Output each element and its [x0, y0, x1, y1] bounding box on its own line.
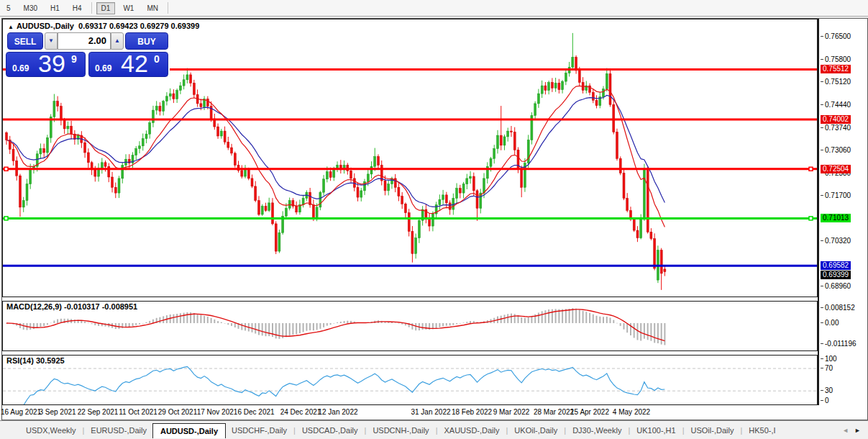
price-scale-label: 0.76500	[825, 32, 851, 40]
date-axis-label: 29 Oct 2021	[158, 408, 197, 416]
price-scale-label: 0.70320	[825, 237, 851, 245]
chart-window: ▲AUDUSD-,Daily 0.69317 0.69423 0.69279 0…	[1, 18, 868, 420]
timeframe-button-5[interactable]: 5	[1, 2, 16, 14]
price-scale-label: 0.68960	[825, 282, 851, 290]
price-scale[interactable]: 0.765000.758000.751200.744400.737400.730…	[819, 19, 867, 405]
tab-separator: |	[564, 426, 566, 435]
date-axis-label: 22 Sep 2021	[78, 408, 119, 416]
rsi-scale-label: 0	[825, 397, 829, 404]
date-axis-label: 12 Jan 2022	[318, 408, 357, 416]
buy-price-display[interactable]: 0.69 42 0	[88, 52, 168, 77]
symbol-tab-dj30-[interactable]: DJ30-,Weekly	[567, 424, 627, 437]
symbol-tab-audusd-[interactable]: AUDUSD-,Daily	[152, 423, 226, 438]
date-axis-label: 15 Apr 2022	[570, 408, 609, 416]
price-scale-label: 0.74440	[825, 101, 851, 109]
chart-title: ▲AUDUSD-,Daily 0.69317 0.69423 0.69279 0…	[8, 22, 199, 30]
price-scale-label: 0.75800	[825, 55, 851, 63]
volume-decrease-icon[interactable]: ▼	[45, 32, 58, 50]
rsi-scale-label: 70	[825, 364, 833, 372]
price-level-badge: 0.69582	[821, 261, 851, 270]
collapse-arrow-icon[interactable]: ▲	[8, 24, 14, 30]
symbol-tab-usdcnh-[interactable]: USDCNH-,Daily	[367, 424, 434, 437]
price-level-badge: 0.75512	[821, 65, 851, 73]
sell-price-display[interactable]: 0.69 39 9	[6, 52, 86, 77]
symbol-tab-hk50-[interactable]: HK50-,I	[743, 424, 781, 437]
tab-separator: |	[628, 426, 630, 435]
timeframe-button-h1[interactable]: H1	[45, 2, 65, 14]
rsi-scale-label: 30	[825, 386, 833, 394]
sell-price-pips: 39	[38, 50, 65, 78]
date-axis-label: 24 Dec 2021	[280, 408, 321, 416]
symbol-tab-ukoil-[interactable]: UKOil-,Daily	[508, 424, 563, 437]
tab-separator: |	[682, 426, 685, 435]
sell-price-point: 9	[71, 53, 77, 65]
buy-price-point: 0	[154, 53, 160, 65]
rsi-scale-label: 100	[825, 355, 837, 363]
timeframe-button-h4[interactable]: H4	[68, 2, 87, 14]
date-axis-label: 16 Aug 2021	[1, 408, 41, 416]
price-scale-label: 0.73060	[825, 146, 851, 154]
price-level-badge: 0.74002	[821, 115, 851, 124]
price-level-badge: 0.72504	[821, 165, 851, 173]
price-level-badge: 0.71013	[821, 214, 851, 222]
macd-indicator-label: MACD(12,26,9) -0.010317 -0.008951	[6, 302, 137, 311]
volume-increase-icon[interactable]: ▲	[111, 32, 124, 50]
symbol-tab-bar: USDX,Weekly|EURUSD-,DailyAUDUSD-,DailyUS…	[0, 420, 868, 439]
symbol-tab-usdcad-[interactable]: USDCAD-,Daily	[296, 424, 364, 437]
timeframe-toolbar: 5M30H1H4D1W1MN	[0, 0, 868, 17]
timeframe-button-mn[interactable]: MN	[142, 2, 163, 14]
sell-price-base: 0.69	[12, 63, 29, 73]
tab-separator: |	[293, 426, 296, 435]
rsi-indicator-label: RSI(14) 30.5925	[6, 356, 65, 365]
tab-separator: |	[436, 426, 438, 435]
date-axis-label: 4 May 2022	[613, 408, 650, 416]
chart-title-text: AUDUSD-,Daily 0.69317 0.69423 0.69279 0.…	[17, 22, 199, 30]
timeframe-button-m30[interactable]: M30	[19, 2, 42, 14]
symbol-tab-uk100-[interactable]: UK100-,H1	[631, 424, 681, 437]
symbol-tab-usdchf-[interactable]: USDCHF-,Daily	[226, 424, 293, 437]
date-axis-label: 18 Feb 2022	[452, 408, 492, 416]
date-axis-label: 17 Nov 2021	[197, 408, 238, 416]
symbol-tab-xauusd-[interactable]: XAUUSD-,Daily	[438, 424, 505, 437]
price-scale-label: 0.71700	[825, 191, 851, 199]
tab-separator: |	[365, 426, 367, 435]
tab-scroll-left-icon[interactable]: ◄	[839, 425, 851, 435]
sell-button[interactable]: SELL	[7, 32, 43, 50]
tab-separator: |	[740, 426, 742, 435]
timeframe-button-w1[interactable]: W1	[118, 2, 139, 14]
date-axis[interactable]: 16 Aug 20213 Sep 202122 Sep 202111 Oct 2…	[2, 405, 867, 420]
toolbar-separator	[168, 2, 168, 14]
tab-separator: |	[82, 426, 84, 435]
volume-input[interactable]: 2.00	[58, 32, 111, 50]
trading-platform: 5M30H1H4D1W1MN ▲AUDUSD-,Daily 0.69317 0.…	[0, 0, 868, 439]
timeframe-button-d1[interactable]: D1	[96, 2, 116, 14]
buy-price-base: 0.69	[95, 63, 111, 73]
price-scale-label: 0.75120	[825, 78, 851, 86]
macd-scale-label: 0.00	[825, 319, 839, 327]
volume-control: ▼ 2.00 ▲	[45, 32, 124, 50]
buy-price-pips: 42	[121, 50, 148, 78]
date-axis-label: 3 Sep 2021	[39, 408, 76, 416]
tab-scroll-right-icon[interactable]: ►	[851, 425, 864, 435]
symbol-tab-usoil-[interactable]: USOil-,Daily	[685, 424, 740, 437]
toolbar-separator	[91, 2, 92, 14]
tab-separator: |	[506, 426, 508, 435]
price-scale-label: 0.73740	[825, 124, 851, 132]
date-axis-label: 31 Jan 2022	[411, 408, 450, 416]
macd-scale-label: -0.011196	[825, 340, 856, 348]
macd-scale-label: 0.008152	[825, 304, 855, 312]
buy-button[interactable]: BUY	[125, 32, 168, 50]
symbol-tab-usdx[interactable]: USDX,Weekly	[20, 424, 81, 437]
date-axis-label: 11 Oct 2021	[119, 408, 157, 416]
price-level-badge: 0.69399	[821, 271, 851, 279]
date-axis-label: 9 Mar 2022	[493, 408, 530, 416]
symbol-tab-eurusd-[interactable]: EURUSD-,Daily	[85, 424, 152, 437]
date-axis-label: 28 Mar 2022	[534, 408, 574, 416]
one-click-trade-panel: SELL ▼ 2.00 ▲ BUY 0.69 39 9 0.69 42 0	[6, 31, 170, 77]
date-axis-label: 6 Dec 2021	[237, 408, 274, 416]
